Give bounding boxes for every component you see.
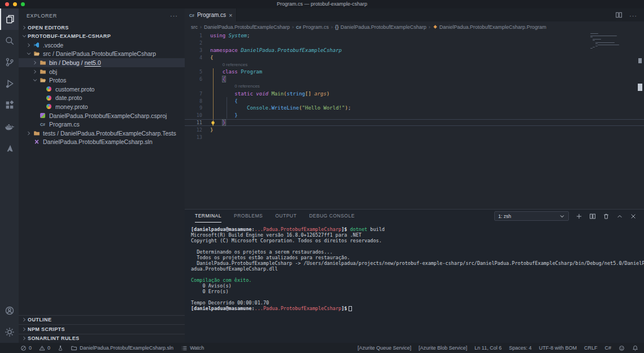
status-label: Watch: [190, 345, 204, 351]
line-number: 11: [185, 120, 202, 125]
section-sonarlint-rules[interactable]: SONARLINT RULES: [19, 334, 185, 343]
new-terminal-icon[interactable]: [576, 213, 582, 220]
code-line-text: {: [202, 76, 225, 82]
terminal-line: Todos os projetos estão atualizados para…: [191, 255, 644, 260]
panel-tab-output[interactable]: OUTPUT: [275, 210, 297, 223]
status-watch[interactable]: Watch: [181, 345, 204, 351]
activity-settings[interactable]: [0, 321, 19, 343]
status-ln-11-col-6[interactable]: Ln 11, Col 6: [475, 345, 502, 351]
codelens-row: 0 references: [185, 83, 644, 90]
tree-item-customer-proto[interactable]: customer.proto: [19, 85, 185, 94]
tree-item-obj[interactable]: obj: [19, 67, 185, 76]
code-token: []: [305, 91, 311, 97]
split-editor-icon[interactable]: [615, 11, 623, 19]
status-flask[interactable]: [58, 345, 63, 351]
status-azurite-queue-service[interactable]: [Azurite Queue Service]: [358, 345, 411, 351]
status-bell[interactable]: [632, 345, 638, 351]
maximize-panel-icon[interactable]: [616, 213, 623, 220]
tree-item-money-proto[interactable]: money.proto: [19, 102, 185, 111]
tree-item-date-proto[interactable]: date.proto: [19, 94, 185, 103]
activity-docker[interactable]: [0, 116, 19, 137]
tree-item-src-danielpadua-protobufexamplecsharp[interactable]: src / DanielPadua.ProtobufExampleCsharp: [19, 50, 185, 59]
breadcrumb-separator: ›: [331, 24, 333, 30]
breadcrumb-program-cs[interactable]: C#Program.cs: [296, 24, 329, 30]
explorer-icon: [5, 14, 15, 24]
section-open-editors[interactable]: OPEN EDITORS: [19, 23, 185, 32]
status-azurite-blob-service[interactable]: [Azurite Blob Service]: [419, 345, 467, 351]
tree-item-danielpadua-protobufexamplecsharp-sln[interactable]: DanielPadua.ProtobufExampleCsharp.sln: [19, 138, 185, 147]
status-0[interactable]: 0: [39, 345, 50, 351]
activity-accounts[interactable]: [0, 300, 19, 321]
terminal-shell-select[interactable]: 1: zsh: [494, 211, 569, 221]
tree-item-danielpadua-protobufexamplecsharp-csproj[interactable]: DanielPadua.ProtobufExampleCsharp.csproj: [19, 111, 185, 120]
section-outline[interactable]: OUTLINE: [19, 315, 185, 325]
status-crlf[interactable]: CRLF: [584, 345, 598, 351]
activity-explorer[interactable]: [0, 8, 19, 30]
codelens-references[interactable]: 0 references: [185, 62, 247, 67]
vscode-icon: [32, 42, 41, 48]
explorer-sections: OPEN EDITORSPROTOBUF-EXAMPLE-CSHARP: [19, 23, 185, 41]
status-0[interactable]: 0: [20, 345, 32, 351]
activity-extensions[interactable]: [0, 94, 19, 116]
proto-icon: [45, 95, 53, 101]
status-spaces-4[interactable]: Spaces: 4: [509, 345, 532, 351]
terminal-line: 0 Aviso(s): [191, 283, 644, 289]
folder-icon: [32, 130, 41, 137]
tree-item-tests-danielpadua-protobufexamplecsharp-[interactable]: tests / DanielPadua.ProtobufExampleCshar…: [19, 129, 185, 138]
settings-icon: [5, 327, 15, 337]
panel-tab-terminal[interactable]: TERMINAL: [195, 210, 221, 223]
breadcrumb-separator: ›: [429, 24, 430, 30]
code-line-9: 9 Console.WriteLine("Hello World!");: [185, 104, 644, 112]
breadcrumb-src[interactable]: src: [191, 24, 198, 30]
panel-tab-debug-console[interactable]: DEBUG CONSOLE: [309, 210, 355, 223]
close-icon[interactable]: ×: [229, 12, 232, 18]
terminal-line: adua.ProtobufExampleCsharp.dll: [191, 266, 644, 272]
tree-item-vscode[interactable]: .vscode: [19, 41, 185, 50]
status-danielpadua-protobufexamplecsharp-sln[interactable]: DanielPadua.ProtobufExampleCsharp.sln: [71, 345, 173, 351]
tree-item-program-cs[interactable]: C#Program.cs: [19, 120, 185, 129]
terminal-line: [191, 272, 644, 277]
status-utf-8-with-bom[interactable]: UTF-8 with BOM: [539, 345, 577, 351]
code-token: [210, 76, 223, 82]
terminal[interactable]: [danielpadua@masamune:...Padua.ProtobufE…: [191, 226, 644, 343]
code-token: ;: [247, 33, 250, 38]
section-label: NPM SCRIPTS: [28, 326, 65, 332]
codelens-references[interactable]: 0 references: [185, 84, 260, 89]
section-protobuf-example-csharp[interactable]: PROTOBUF-EXAMPLE-CSHARP: [19, 32, 185, 41]
tree-item-label: Program.cs: [49, 121, 80, 128]
breadcrumb-danielpadua-protobufexamplecsharp[interactable]: {}DanielPadua.ProtobufExampleCsharp: [335, 24, 427, 30]
activity-source-control[interactable]: [0, 51, 19, 73]
terminal-cursor: [349, 306, 352, 311]
lightbulb-icon[interactable]: [210, 120, 216, 127]
more-actions-icon[interactable]: ···: [170, 14, 178, 19]
section-label: SONARLINT RULES: [28, 335, 80, 341]
split-terminal-icon[interactable]: [589, 213, 596, 220]
activity-run-debug[interactable]: [0, 73, 19, 94]
line-number: 4: [185, 55, 202, 60]
status-c[interactable]: C#: [604, 345, 611, 351]
breadcrumb: src›DanielPadua.ProtobufExampleCsharp›C#…: [185, 21, 644, 32]
breadcrumb-danielpadua-protobufexamplecsharp[interactable]: DanielPadua.ProtobufExampleCsharp: [204, 24, 290, 30]
code-line-10: 10 }: [185, 112, 644, 119]
sln-icon: [32, 139, 41, 145]
tree-item-bin-debug-net5-0[interactable]: bin / Debug / net5.0: [19, 58, 185, 67]
docker-icon: [4, 121, 15, 132]
panel-tab-problems[interactable]: PROBLEMS: [234, 210, 263, 223]
chevron-down-icon: [559, 213, 565, 219]
panel-actions: 1: zsh: [494, 211, 644, 221]
kill-terminal-icon[interactable]: [603, 213, 610, 220]
code-line-5: 5 class Program: [185, 68, 644, 76]
tab-program-cs[interactable]: C#Program.cs×: [185, 8, 237, 21]
chevron-down-icon: [20, 33, 28, 39]
activity-search[interactable]: [0, 30, 19, 51]
code-editor[interactable]: 1using System;23namespace DanielPadua.Pr…: [185, 32, 644, 209]
close-panel-icon[interactable]: [630, 213, 637, 220]
terminal-text: ...Padua.ProtobufExampleCsharp: [255, 306, 342, 311]
accounts-icon: [5, 306, 15, 316]
more-actions-icon[interactable]: ···: [629, 10, 637, 20]
section-npm-scripts[interactable]: NPM SCRIPTS: [19, 324, 185, 334]
status-feedback[interactable]: [619, 345, 625, 351]
activity-azure[interactable]: [0, 137, 19, 159]
breadcrumb-danielpadua-protobufexamplecsharp-progra[interactable]: DanielPadua.ProtobufExampleCsharp.Progra…: [433, 24, 546, 30]
tree-item-protos[interactable]: Protos: [19, 76, 185, 85]
